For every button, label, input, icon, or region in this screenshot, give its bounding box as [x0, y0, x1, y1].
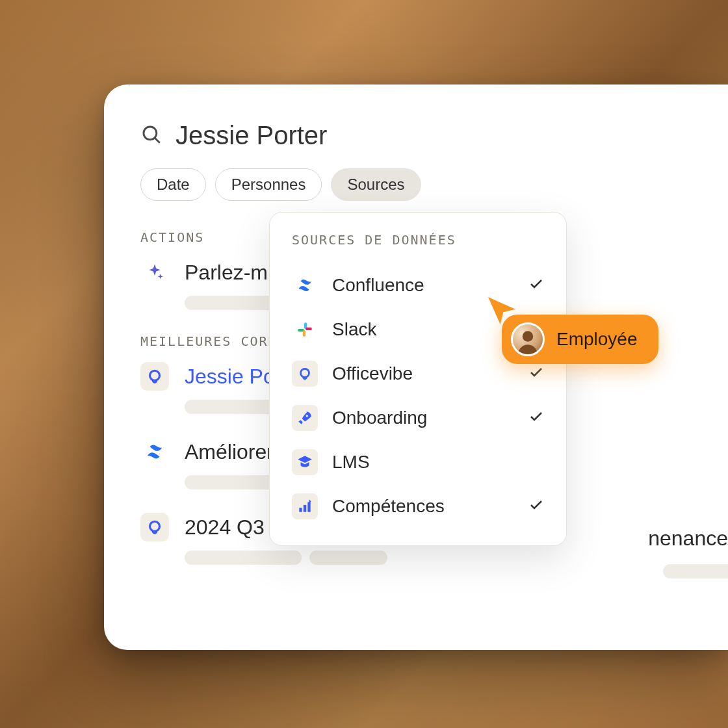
result-row-skeleton	[185, 551, 728, 565]
confluence-icon	[292, 272, 318, 298]
svg-point-3	[150, 521, 160, 531]
source-item-onboarding[interactable]: Onboarding	[292, 396, 544, 440]
svg-point-2	[150, 370, 160, 380]
employee-pill[interactable]: Employée	[502, 315, 658, 364]
source-label: Officevibe	[332, 363, 514, 384]
employee-label: Employée	[556, 329, 638, 350]
officevibe-icon	[140, 362, 169, 391]
graduation-icon	[292, 449, 318, 475]
chip-sources[interactable]: Sources	[331, 168, 421, 201]
result-title: 2024 Q3	[185, 515, 265, 540]
svg-rect-7	[306, 328, 312, 330]
check-icon	[528, 365, 544, 383]
sparkle-icon	[140, 258, 169, 287]
source-item-competences[interactable]: Compétences	[292, 484, 544, 528]
avatar	[511, 322, 545, 356]
svg-point-8	[301, 369, 309, 377]
chip-people[interactable]: Personnes	[215, 168, 322, 201]
slack-icon	[292, 317, 318, 343]
svg-point-9	[306, 415, 308, 417]
check-icon	[528, 497, 544, 515]
svg-rect-10	[299, 508, 302, 512]
svg-point-13	[523, 331, 534, 342]
officevibe-icon	[140, 513, 169, 541]
source-item-lms[interactable]: LMS	[292, 440, 544, 484]
search-row: Jessie Porter	[140, 121, 728, 150]
bar-chart-icon	[292, 493, 318, 519]
chip-date[interactable]: Date	[140, 168, 206, 201]
officevibe-icon	[292, 361, 318, 387]
result-title-overflow: nenance	[648, 526, 728, 551]
rocket-icon	[292, 405, 318, 431]
check-icon	[528, 409, 544, 427]
svg-line-1	[155, 138, 160, 142]
search-icon	[140, 124, 162, 148]
filter-chips: Date Personnes Sources	[140, 168, 728, 201]
skeleton-bar	[663, 564, 728, 578]
result-title: Améliorer	[185, 440, 274, 464]
sources-dropdown: SOURCES DE DONNÉES Confluence Slack Offi…	[269, 212, 567, 546]
svg-rect-11	[304, 505, 306, 512]
svg-point-0	[144, 126, 157, 139]
source-label: LMS	[332, 452, 544, 473]
action-title: Parlez-m	[185, 261, 268, 285]
confluence-icon	[140, 437, 169, 466]
result-title: Jessie Po	[185, 365, 275, 389]
search-input[interactable]: Jessie Porter	[176, 121, 327, 150]
svg-rect-6	[303, 330, 306, 337]
svg-rect-12	[307, 502, 310, 512]
source-label: Onboarding	[332, 408, 514, 428]
check-icon	[528, 276, 544, 294]
source-label: Compétences	[332, 496, 514, 517]
dropdown-title: SOURCES DE DONNÉES	[292, 232, 544, 248]
